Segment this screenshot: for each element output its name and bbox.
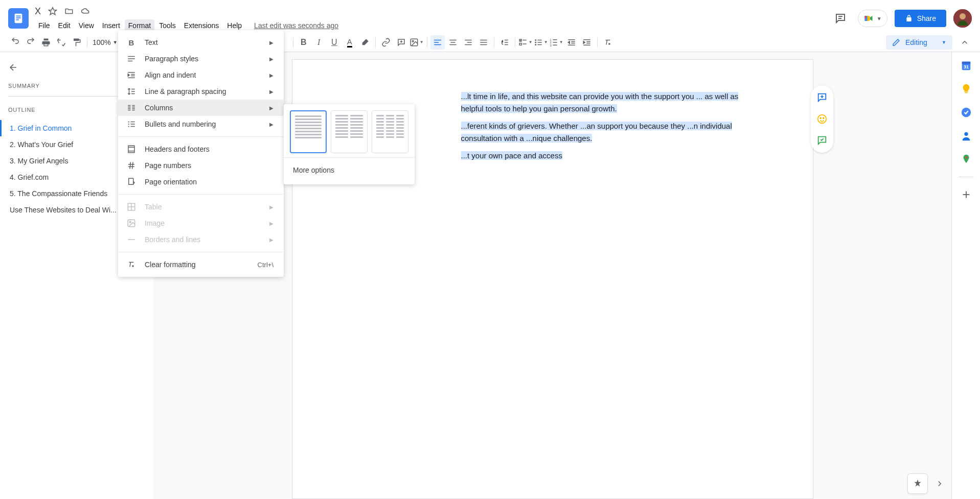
- paint-format-button[interactable]: [70, 35, 84, 50]
- undo-button[interactable]: [8, 35, 22, 50]
- dropdown-arrow-icon: ▼: [877, 16, 882, 21]
- add-comment-bubble-button[interactable]: [815, 90, 829, 105]
- floating-action-bar: [811, 85, 833, 153]
- svg-rect-40: [553, 39, 557, 40]
- menu-view[interactable]: View: [75, 19, 98, 32]
- account-avatar[interactable]: [953, 9, 972, 28]
- highlight-button[interactable]: [358, 35, 372, 50]
- column-option-1[interactable]: [290, 110, 327, 153]
- text-color-button[interactable]: A: [343, 35, 357, 50]
- format-line-spacing-item[interactable]: Line & paragraph spacing▶: [118, 83, 284, 100]
- suggest-edits-button[interactable]: [815, 133, 829, 148]
- svg-rect-42: [553, 44, 557, 45]
- spellcheck-button[interactable]: [54, 35, 69, 50]
- svg-rect-3: [16, 19, 19, 20]
- format-columns-item[interactable]: Columns▶: [118, 100, 284, 116]
- zoom-selector[interactable]: 100%▼: [90, 38, 120, 46]
- numbered-list-button[interactable]: 123▼: [549, 35, 563, 50]
- document-content[interactable]: ...lt time in life, and this website can…: [461, 90, 762, 162]
- menu-file[interactable]: File: [35, 19, 54, 32]
- svg-point-98: [129, 221, 131, 223]
- bold-button[interactable]: B: [297, 35, 311, 50]
- pencil-icon: [892, 38, 900, 46]
- svg-point-55: [823, 117, 824, 118]
- format-bullets-numbering-item[interactable]: Bullets and numbering▶: [118, 116, 284, 132]
- bulleted-list-button[interactable]: ▼: [534, 35, 548, 50]
- cloud-status-icon[interactable]: [81, 7, 90, 16]
- menu-edit[interactable]: Edit: [55, 19, 74, 32]
- format-menu-dropdown: BText▶ Paragraph styles▶ Align and inden…: [118, 30, 284, 277]
- align-center-button[interactable]: [446, 35, 460, 50]
- underline-button[interactable]: U: [327, 35, 341, 50]
- format-clear-formatting-item[interactable]: Clear formattingCtrl+\: [118, 256, 284, 273]
- column-option-3[interactable]: [372, 110, 408, 153]
- svg-rect-83: [131, 122, 135, 123]
- calendar-icon[interactable]: 31: [960, 59, 972, 72]
- svg-text:3: 3: [550, 43, 552, 46]
- star-icon[interactable]: [48, 7, 57, 16]
- add-addon-icon[interactable]: [960, 188, 972, 201]
- doc-title[interactable]: X: [35, 6, 41, 17]
- explore-button[interactable]: [907, 473, 928, 494]
- svg-rect-29: [519, 43, 521, 45]
- columns-more-options[interactable]: More options: [290, 162, 408, 178]
- svg-rect-35: [537, 42, 541, 43]
- format-table-item: Table▶: [118, 199, 284, 215]
- contacts-icon[interactable]: [960, 130, 972, 142]
- svg-point-32: [535, 41, 536, 43]
- line-spacing-button[interactable]: [497, 35, 512, 50]
- share-button[interactable]: Share: [895, 10, 946, 27]
- add-comment-button[interactable]: [394, 35, 408, 50]
- checklist-button[interactable]: ▼: [518, 35, 533, 50]
- align-right-button[interactable]: [461, 35, 475, 50]
- format-text-item[interactable]: BText▶: [118, 34, 284, 51]
- align-left-button[interactable]: [430, 35, 445, 50]
- format-headers-footers-item[interactable]: Headers and footers: [118, 141, 284, 157]
- svg-rect-57: [962, 62, 970, 64]
- maps-icon[interactable]: [960, 153, 972, 165]
- column-option-2[interactable]: [331, 110, 368, 153]
- collapse-toolbar-button[interactable]: [958, 35, 972, 50]
- svg-rect-84: [131, 124, 135, 125]
- svg-rect-34: [537, 39, 541, 40]
- tasks-icon[interactable]: [960, 106, 972, 118]
- insert-image-button[interactable]: ▼: [409, 35, 424, 50]
- decrease-indent-button[interactable]: [564, 35, 579, 50]
- comment-history-icon[interactable]: [830, 8, 851, 29]
- increase-indent-button[interactable]: [580, 35, 594, 50]
- svg-rect-1: [16, 16, 20, 17]
- svg-point-14: [412, 40, 414, 42]
- svg-rect-41: [553, 42, 557, 43]
- italic-button[interactable]: I: [312, 35, 326, 50]
- print-button[interactable]: [39, 35, 53, 50]
- close-outline-button[interactable]: [8, 62, 18, 73]
- format-page-orientation-item[interactable]: Page orientation: [118, 174, 284, 190]
- svg-rect-93: [129, 178, 133, 184]
- emoji-reaction-button[interactable]: [815, 112, 829, 126]
- hide-side-panel-button[interactable]: [935, 479, 944, 488]
- svg-point-53: [817, 115, 826, 124]
- keep-icon[interactable]: [960, 83, 972, 95]
- clear-formatting-button[interactable]: [601, 35, 615, 50]
- format-align-indent-item[interactable]: Align and indent▶: [118, 67, 284, 83]
- svg-point-80: [128, 121, 129, 122]
- svg-point-54: [820, 117, 821, 118]
- move-icon[interactable]: [64, 7, 74, 16]
- svg-rect-8: [864, 16, 866, 18]
- svg-rect-2: [16, 17, 20, 18]
- format-paragraph-styles-item[interactable]: Paragraph styles▶: [118, 51, 284, 67]
- side-panel: 31: [951, 52, 980, 499]
- docs-logo-icon[interactable]: [8, 8, 29, 29]
- format-image-item: Image▶: [118, 215, 284, 231]
- svg-point-33: [535, 44, 536, 45]
- header: X File Edit View Insert Format Tools Ext…: [0, 0, 980, 33]
- meet-icon: [863, 13, 874, 23]
- align-justify-button[interactable]: [476, 35, 491, 50]
- format-page-numbers-item[interactable]: Page numbers: [118, 157, 284, 174]
- meet-button[interactable]: ▼: [858, 10, 887, 27]
- svg-rect-86: [128, 146, 134, 153]
- editing-mode-button[interactable]: Editing ▼: [886, 35, 952, 50]
- insert-link-button[interactable]: [379, 35, 393, 50]
- lock-icon: [905, 14, 913, 22]
- redo-button[interactable]: [24, 35, 38, 50]
